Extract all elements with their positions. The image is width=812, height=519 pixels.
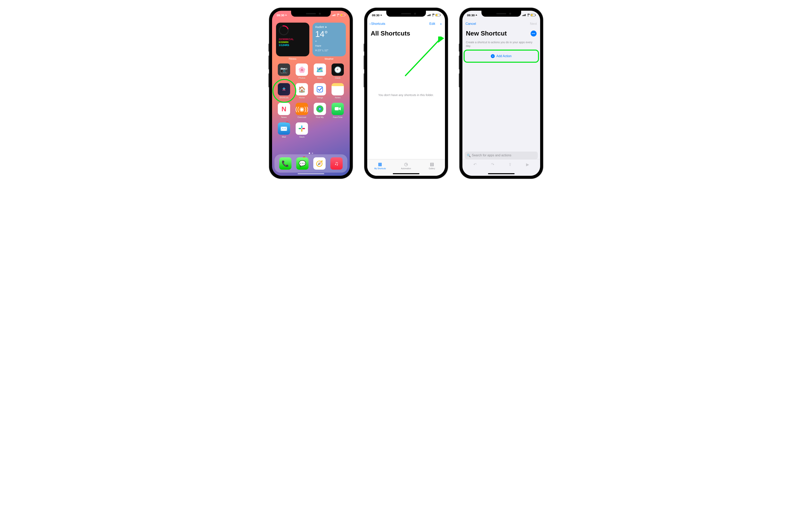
home-indicator[interactable] [488, 173, 515, 174]
wifi-icon [336, 14, 339, 16]
add-action-button[interactable]: ＋ Add Action [465, 51, 538, 61]
fitness-stand: 1/12HRS [279, 44, 307, 47]
plus-circle-icon: ＋ [491, 54, 495, 58]
app-slack[interactable]: Slack [294, 122, 310, 138]
location-icon: ➤ [380, 13, 382, 17]
haze-icon: ≡ [315, 40, 343, 43]
edit-button[interactable]: Edit [429, 22, 435, 26]
weather-hilo: H:23° L:12° [315, 49, 343, 52]
photos-icon: 🌸 [296, 63, 308, 76]
tab-gallery[interactable]: ▤Gallery [419, 159, 445, 172]
next-button[interactable]: Next [530, 22, 537, 26]
activity-rings-icon [279, 25, 289, 35]
slack-icon [296, 122, 308, 135]
location-icon: ➤ [475, 13, 478, 17]
shortcuts-icon [278, 83, 290, 95]
svg-rect-8 [302, 128, 305, 129]
clock-icon: 🕘 [331, 63, 344, 76]
app-clock[interactable]: 🕘Clock [330, 63, 345, 79]
tab-my-shortcuts[interactable]: ▦My Shortcuts [367, 159, 393, 172]
weather-temp: 14° [315, 29, 343, 39]
dock-music[interactable]: ♫ [330, 157, 343, 170]
dock-safari[interactable]: 🧭 [313, 157, 326, 170]
signal-icon [427, 14, 431, 16]
app-photos[interactable]: 🌸Photos [294, 63, 310, 79]
findmy-icon [314, 103, 326, 115]
new-shortcut-button[interactable]: ＋ [439, 22, 442, 26]
facetime-icon [331, 103, 344, 115]
svg-rect-4 [335, 107, 339, 110]
more-button[interactable]: ••• [531, 31, 536, 36]
svg-line-9 [405, 38, 441, 76]
back-button[interactable]: ‹Shortcuts [370, 22, 385, 26]
app-notes[interactable]: Notes [330, 83, 345, 99]
camera-icon: 📷 [278, 63, 290, 76]
battery-icon [340, 14, 345, 16]
home-indicator[interactable] [393, 173, 419, 174]
app-overcast[interactable]: ((◉))Overcast [294, 103, 310, 118]
maps-icon: 🗺️ [314, 63, 326, 76]
app-things[interactable]: Things [312, 83, 327, 99]
battery-icon [531, 14, 535, 16]
notch [291, 11, 331, 17]
svg-rect-5 [301, 126, 302, 128]
play-button[interactable]: ▶ [526, 162, 529, 167]
mail-icon: ✉️ [278, 122, 290, 135]
weather-widget[interactable]: Radlett ➤ 14° ≡ Haze H:23° L:12° [313, 23, 346, 56]
app-shortcuts[interactable]: Shortcuts [277, 83, 292, 99]
description: Create a shortcut to actions you do in y… [466, 40, 536, 48]
app-maps[interactable]: 🗺️Maps [312, 63, 327, 79]
location-icon: ➤ [285, 13, 287, 17]
highlight-arrow [405, 36, 444, 76]
grid-icon: ▦ [378, 162, 382, 167]
app-facetime[interactable]: FaceTime [330, 103, 345, 118]
status-time: 09:30 [372, 13, 379, 17]
notch [386, 11, 426, 17]
notch [482, 11, 521, 17]
nav-bar: Cancel Next [462, 20, 540, 28]
weather-condition: Haze [315, 44, 343, 47]
tab-automation[interactable]: ◷Automation [393, 159, 419, 172]
phone-all-shortcuts: 09:30➤ ‹Shortcuts Edit ＋ All Shortcuts Y… [365, 8, 448, 179]
app-camera[interactable]: 📷Camera [277, 63, 292, 79]
things-icon [314, 83, 326, 95]
safari-icon: 🧭 [313, 157, 326, 170]
phone-home: 09:30➤ 22/300KCAL 0/30MIN 1/12HRS Radlet… [269, 8, 353, 179]
stack-icon: ▤ [430, 162, 434, 167]
undo-button[interactable]: ↶ [473, 162, 477, 167]
messages-icon: 💬 [296, 157, 309, 170]
app-home[interactable]: 🏠Home [294, 83, 310, 99]
page-title: All Shortcuts [371, 30, 410, 37]
status-time: 09:30 [277, 13, 284, 17]
page-dots[interactable] [272, 153, 350, 154]
app-mail[interactable]: 5✉️Mail [277, 122, 292, 138]
clock-icon: ◷ [404, 162, 408, 167]
redo-button[interactable]: ↷ [491, 162, 494, 167]
phone-new-shortcut: 09:30➤ Cancel Next New Shortcut ••• Crea… [460, 8, 543, 179]
app-findmy[interactable]: Find My [312, 103, 327, 118]
status-time: 09:30 [467, 13, 475, 17]
search-field[interactable]: 🔍 Search for apps and actions [465, 152, 538, 159]
svg-rect-6 [299, 128, 301, 129]
music-icon: ♫ [330, 157, 343, 170]
cancel-button[interactable]: Cancel [466, 22, 476, 26]
weather-location: Radlett ➤ [315, 25, 343, 29]
fitness-widget[interactable]: 22/300KCAL 0/30MIN 1/12HRS [276, 23, 309, 56]
dock-messages[interactable]: 5💬 [296, 157, 309, 170]
wifi-icon [432, 14, 434, 16]
fitness-label: Fitness [276, 57, 309, 60]
home-icon: 🏠 [296, 83, 308, 95]
fitness-move: 22/300KCAL [279, 38, 307, 41]
svg-rect-7 [301, 129, 302, 132]
svg-point-3 [319, 108, 320, 110]
empty-state: You don't have any shortcuts in this fol… [367, 93, 445, 97]
home-indicator[interactable] [298, 173, 324, 174]
battery-icon [435, 14, 440, 16]
fitness-exercise: 0/30MIN [279, 41, 307, 44]
wifi-icon [527, 14, 530, 16]
app-news[interactable]: NNews [277, 103, 292, 118]
weather-label: Weather [313, 57, 346, 60]
share-button[interactable]: ⇪ [509, 162, 512, 167]
dock-phone[interactable]: 📞 [279, 157, 291, 170]
signal-icon [332, 14, 335, 16]
